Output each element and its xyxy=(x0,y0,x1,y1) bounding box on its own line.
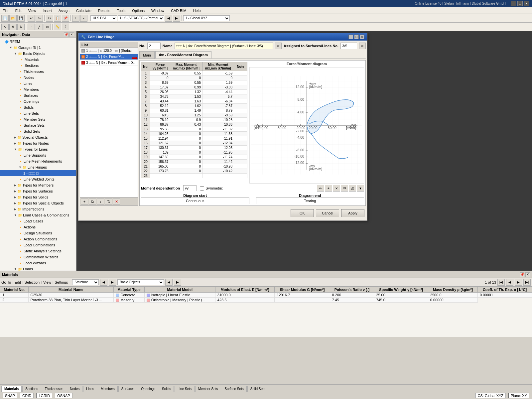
tb-next-combo[interactable]: ▶ xyxy=(173,15,180,22)
ok-button[interactable]: OK xyxy=(291,209,314,217)
table-row[interactable]: 17130.310-12.05 xyxy=(141,146,247,150)
table-row[interactable]: 417.370.99-3.08 xyxy=(141,85,247,90)
tb-redo[interactable]: ↪ xyxy=(36,15,43,22)
nav-design-situations[interactable]: 🔸 Design Situations xyxy=(0,230,76,236)
tb-undo[interactable]: ↩ xyxy=(28,15,35,22)
tab-main[interactable]: Main xyxy=(139,51,155,59)
table-row[interactable]: 15112.940-11.91 xyxy=(141,136,247,141)
table-row[interactable]: 1395.560-11.32 xyxy=(141,127,247,132)
struct-next[interactable]: ▶ xyxy=(109,279,116,286)
table-row[interactable]: 14104.250-11.68 xyxy=(141,132,247,136)
load-combo-dropdown[interactable]: ULS (STR/GEO) - Permanent... xyxy=(118,15,164,21)
tb-zoom-in[interactable]: + xyxy=(72,15,79,22)
menu-help[interactable]: Help xyxy=(192,8,202,13)
list-item-2[interactable]: 2 □□□□ N | Φx: Force/M... xyxy=(80,54,138,60)
struct-prev[interactable]: ◀ xyxy=(100,279,107,286)
bottom-tab-members[interactable]: Members xyxy=(98,386,118,392)
cancel-button[interactable]: Cancel xyxy=(316,209,339,217)
name-input[interactable] xyxy=(175,43,273,49)
nav-line-mesh[interactable]: 🔸 Line Mesh Refinements xyxy=(0,158,76,164)
nav-types-members[interactable]: ▶ 📁 Types for Members xyxy=(0,182,76,188)
table-row[interactable]: 21165.060-10.98 xyxy=(141,164,247,169)
table-row[interactable]: 743.441.63-6.84 xyxy=(141,99,247,104)
diag-delete[interactable]: ✕ xyxy=(333,185,340,192)
nav-line-supports[interactable]: 🔸 Line Supports xyxy=(0,152,76,158)
mat-edit-menu[interactable]: Edit xyxy=(15,280,21,284)
menu-insert[interactable]: Insert xyxy=(41,8,53,13)
nav-members[interactable]: 🔸 Members xyxy=(0,86,76,92)
nav-surfaces[interactable]: 🔸 Surfaces xyxy=(0,92,76,98)
bottom-tab-materials[interactable]: Materials xyxy=(1,386,22,392)
mat-first[interactable]: |◀ xyxy=(497,279,505,286)
nav-line-welded[interactable]: 🔸 Line Welded Joints xyxy=(0,176,76,182)
table-row[interactable]: 1-0.870.55-1.59 xyxy=(141,71,247,76)
status-grid[interactable]: GRID xyxy=(20,393,34,398)
tb-move[interactable]: ✥ xyxy=(9,24,17,30)
mat-prev-row[interactable]: ◀ xyxy=(506,279,513,286)
dialog-maximize[interactable]: □ xyxy=(354,35,359,39)
moment-input[interactable] xyxy=(183,185,197,191)
nav-garage[interactable]: ▼ 📁 Garage.rf6 | 1 xyxy=(0,45,76,51)
apply-button[interactable]: Apply xyxy=(341,209,364,217)
table-row[interactable]: 20156.370-11.42 xyxy=(141,160,247,164)
menu-calculate[interactable]: Calculate xyxy=(75,8,93,13)
tb-measure[interactable]: 📏 xyxy=(54,24,61,30)
diag-edit[interactable]: ✏ xyxy=(317,185,324,192)
nav-load-wizards[interactable]: 🔸 Load Wizards xyxy=(0,260,76,266)
structure-dropdown[interactable]: Structure xyxy=(72,279,99,285)
menu-assign[interactable]: Assign xyxy=(57,8,71,13)
basic-next[interactable]: ▶ xyxy=(174,279,181,286)
diag-copy[interactable]: ⧉ xyxy=(341,185,348,192)
bottom-tab-nodes[interactable]: Nodes xyxy=(67,386,82,392)
nav-special[interactable]: ▶ 📁 Special Objects xyxy=(0,134,76,140)
table-row[interactable]: 2000 xyxy=(141,76,247,80)
nav-load-combos[interactable]: ▼ 📁 Load Cases & Combinations xyxy=(0,212,76,218)
diag-more[interactable]: ▼ xyxy=(357,185,364,192)
table-row[interactable]: 38.690.55-1.59 xyxy=(141,80,247,85)
nav-types-solids[interactable]: ▶ 📁 Types for Solids xyxy=(0,194,76,200)
nav-actions[interactable]: 🔸 Actions xyxy=(0,224,76,230)
cs-dropdown[interactable]: 1 - Global XYZ xyxy=(183,15,230,21)
nav-solid-sets[interactable]: 🔸 Solid Sets xyxy=(0,128,76,134)
table-row[interactable]: 181390-11.95 xyxy=(141,150,247,155)
nav-load-combinations[interactable]: 🔸 Load Combinations xyxy=(0,242,76,248)
nav-nodes[interactable]: 🔸 Nodes xyxy=(0,74,76,80)
bottom-tab-thicknesses[interactable]: Thicknesses xyxy=(42,386,66,392)
table-row[interactable]: 1178.190.9-10.28 xyxy=(141,118,247,122)
symmetric-checkbox[interactable] xyxy=(200,186,204,191)
tb-line[interactable]: ╱ xyxy=(36,24,43,30)
assigned-edit-btn[interactable]: ✏ xyxy=(359,43,366,49)
mat-next-row[interactable]: ▶ xyxy=(515,279,522,286)
diag-add-row[interactable]: + xyxy=(325,185,332,192)
nav-types-surfaces[interactable]: ▶ 📁 Types for Surfaces xyxy=(0,188,76,194)
table-row[interactable]: 634.751.53-5.7 xyxy=(141,94,247,99)
menu-view[interactable]: View xyxy=(27,8,38,13)
nav-close[interactable]: ✕ xyxy=(69,32,74,37)
assigned-input[interactable] xyxy=(340,43,357,49)
mat-pin[interactable]: 📌 xyxy=(520,272,524,277)
bottom-tab-surface-sets[interactable]: Surface Sets xyxy=(222,386,247,392)
list-item-1[interactable]: 1 □□□□ | a: 120.0 mm | (Surfac... xyxy=(80,48,138,54)
table-row[interactable]: 22173.750-10.42 xyxy=(141,169,247,174)
basic-prev[interactable]: ◀ xyxy=(165,279,173,286)
tb-rotate[interactable]: ↻ xyxy=(17,24,25,30)
list-duplicate[interactable]: ⧉ xyxy=(89,198,96,205)
nav-materials[interactable]: 🔸 Materials xyxy=(0,57,76,63)
bottom-tab-surfaces[interactable]: Surfaces xyxy=(118,386,137,392)
tb-node[interactable]: · xyxy=(28,24,35,30)
dialog-minimize[interactable]: ─ xyxy=(348,35,353,39)
nav-thicknesses[interactable]: 🔸 Thicknesses xyxy=(0,68,76,74)
menu-edit[interactable]: Edit xyxy=(14,8,23,13)
close-btn[interactable]: ✕ xyxy=(524,1,529,6)
basic-objects-dropdown[interactable]: Basic Objects xyxy=(117,279,164,285)
mat-selection[interactable]: Selection xyxy=(25,280,40,284)
menu-file[interactable]: File xyxy=(1,8,10,13)
nav-hinge-1[interactable]: 1 - □□□ □ xyxy=(0,170,76,176)
menu-cadbim[interactable]: CAD-BIM xyxy=(170,8,188,13)
nav-types-lines[interactable]: ▼ 📁 Types for Lines xyxy=(0,146,76,152)
diag-print[interactable]: 🖨 xyxy=(349,185,356,192)
tb-prev-combo[interactable]: ◀ xyxy=(165,15,172,22)
minimize-btn[interactable]: ─ xyxy=(511,1,516,6)
table-row[interactable]: 960.811.49-8.79 xyxy=(141,108,247,113)
nav-line-sets[interactable]: 🔸 Line Sets xyxy=(0,110,76,116)
